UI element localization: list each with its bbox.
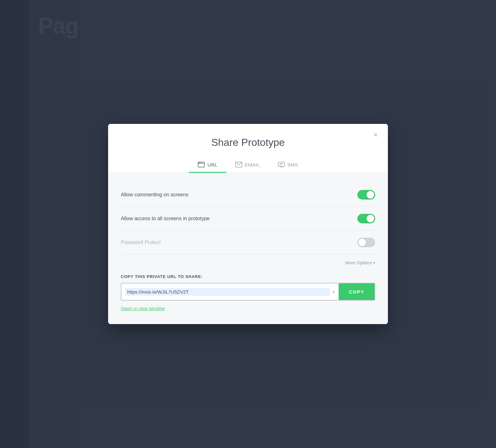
copy-section-label: COPY THIS PRIVATE URL TO SHARE: [121, 274, 375, 279]
open-new-window-link[interactable]: Open in new window [121, 306, 165, 311]
option-label-access: Allow access to all screens in prototype [121, 216, 210, 221]
sms-icon [278, 161, 285, 168]
toggle-commenting[interactable] [357, 190, 375, 200]
option-row-password: Password Protect [121, 231, 375, 255]
tab-url-label: URL [207, 162, 217, 167]
browser-icon [198, 161, 205, 168]
chevron-down-icon: ▾ [373, 261, 375, 265]
modal-header: × Share Prototype URL [108, 124, 388, 173]
toggle-password[interactable] [357, 238, 375, 247]
toggle-password-slider [357, 238, 375, 247]
svg-point-3 [200, 162, 201, 163]
option-label-commenting: Allow commenting on screens [121, 192, 189, 198]
share-prototype-modal: × Share Prototype URL [108, 124, 388, 324]
modal-overlay: × Share Prototype URL [0, 0, 496, 448]
tab-bar: URL EMAIL [108, 157, 388, 173]
tab-sms[interactable]: SMS [269, 157, 307, 173]
tab-email[interactable]: EMAIL [226, 157, 269, 173]
option-label-password: Password Protect [121, 240, 161, 245]
svg-rect-5 [278, 162, 285, 166]
toggle-commenting-slider [357, 190, 375, 200]
copy-button[interactable]: COPY [339, 283, 375, 300]
url-copy-row: https://invis.io/WJIL7U5ZV2T ▾ COPY [121, 283, 375, 301]
more-options-row[interactable]: More Options ▾ [121, 255, 375, 273]
svg-point-2 [199, 162, 199, 163]
option-row-access: Allow access to all screens in prototype [121, 207, 375, 231]
toggle-access-slider [357, 214, 375, 223]
tab-sms-label: SMS [287, 162, 298, 167]
email-icon [235, 161, 242, 168]
tab-url[interactable]: URL [189, 157, 226, 173]
modal-title: Share Prototype [121, 137, 375, 148]
option-row-commenting: Allow commenting on screens [121, 183, 375, 207]
url-dropdown-arrow-icon[interactable]: ▾ [333, 289, 335, 294]
url-display[interactable]: https://invis.io/WJIL7U5ZV2T [125, 288, 330, 296]
tab-email-label: EMAIL [245, 162, 260, 167]
modal-body: Allow commenting on screens Allow access… [108, 173, 388, 324]
more-options-label: More Options [345, 260, 372, 265]
copy-section: COPY THIS PRIVATE URL TO SHARE: https://… [121, 274, 375, 311]
toggle-access[interactable] [357, 214, 375, 223]
close-button[interactable]: × [371, 130, 380, 140]
url-input-wrap: https://invis.io/WJIL7U5ZV2T ▾ [121, 283, 339, 300]
